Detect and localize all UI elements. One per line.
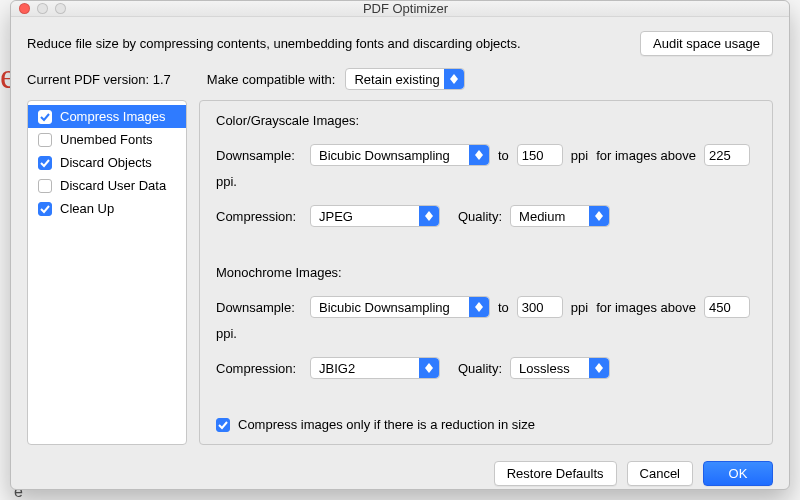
sidebar-item-unembed-fonts[interactable]: Unembed Fonts	[28, 128, 186, 151]
chevron-updown-icon	[419, 358, 439, 378]
chevron-updown-icon	[589, 206, 609, 226]
to-label: to	[498, 300, 509, 315]
compression-label: Compression:	[216, 361, 302, 376]
audit-space-usage-button[interactable]: Audit space usage	[640, 31, 773, 56]
chevron-updown-icon	[589, 358, 609, 378]
make-compatible-value: Retain existing	[354, 72, 439, 87]
only-if-reduction-checkbox[interactable]	[216, 418, 230, 432]
mono-target-ppi-input[interactable]	[517, 296, 563, 318]
only-if-reduction-label: Compress images only if there is a reduc…	[238, 417, 535, 432]
compression-label: Compression:	[216, 209, 302, 224]
sidebar-item-compress-images[interactable]: Compress Images	[28, 105, 186, 128]
sidebar-item-label: Compress Images	[60, 109, 165, 124]
restore-defaults-button[interactable]: Restore Defaults	[494, 461, 617, 486]
ok-button[interactable]: OK	[703, 461, 773, 486]
titlebar: PDF Optimizer	[11, 1, 789, 17]
description-text: Reduce file size by compressing contents…	[27, 36, 640, 51]
downsample-label: Downsample:	[216, 300, 302, 315]
chevron-updown-icon	[419, 206, 439, 226]
color-above-ppi-input[interactable]	[704, 144, 750, 166]
only-if-reduction-row: Compress images only if there is a reduc…	[216, 417, 756, 432]
current-pdf-version-value: 1.7	[153, 72, 171, 87]
category-sidebar: Compress Images Unembed Fonts Discard Ob…	[27, 100, 187, 445]
sidebar-item-label: Discard Objects	[60, 155, 152, 170]
optimizer-sheet: PDF Optimizer Reduce file size by compre…	[10, 0, 790, 490]
ppi-label: ppi	[571, 148, 588, 163]
quality-label: Quality:	[458, 209, 502, 224]
sidebar-item-discard-user-data[interactable]: Discard User Data	[28, 174, 186, 197]
sidebar-item-label: Clean Up	[60, 201, 114, 216]
close-window-icon[interactable]	[19, 3, 30, 14]
checkbox-icon[interactable]	[38, 179, 52, 193]
checkbox-icon[interactable]	[38, 133, 52, 147]
downsample-label: Downsample:	[216, 148, 302, 163]
color-grayscale-title: Color/Grayscale Images:	[216, 113, 756, 128]
window-title: PDF Optimizer	[30, 1, 781, 16]
quality-label: Quality:	[458, 361, 502, 376]
checkbox-icon[interactable]	[38, 110, 52, 124]
ppi-end-label: ppi.	[216, 174, 237, 189]
current-pdf-version-label: Current PDF version: 1.7	[27, 72, 171, 87]
checkbox-icon[interactable]	[38, 202, 52, 216]
make-compatible-label: Make compatible with:	[207, 72, 336, 87]
chevron-updown-icon	[469, 145, 489, 165]
for-images-above-label: for images above	[596, 148, 696, 163]
chevron-updown-icon	[444, 69, 464, 89]
color-target-ppi-input[interactable]	[517, 144, 563, 166]
sidebar-item-discard-objects[interactable]: Discard Objects	[28, 151, 186, 174]
for-images-above-label: for images above	[596, 300, 696, 315]
checkbox-icon[interactable]	[38, 156, 52, 170]
settings-panel: Color/Grayscale Images: Downsample: Bicu…	[199, 100, 773, 445]
sidebar-item-label: Discard User Data	[60, 178, 166, 193]
sidebar-item-label: Unembed Fonts	[60, 132, 153, 147]
chevron-updown-icon	[469, 297, 489, 317]
sidebar-item-clean-up[interactable]: Clean Up	[28, 197, 186, 220]
ppi-label: ppi	[571, 300, 588, 315]
cancel-button[interactable]: Cancel	[627, 461, 693, 486]
to-label: to	[498, 148, 509, 163]
ppi-end-label: ppi.	[216, 326, 237, 341]
mono-downsample-method-select[interactable]: Bicubic Downsampling	[310, 296, 490, 318]
mono-above-ppi-input[interactable]	[704, 296, 750, 318]
mono-compression-select[interactable]: JBIG2	[310, 357, 440, 379]
color-downsample-method-select[interactable]: Bicubic Downsampling	[310, 144, 490, 166]
make-compatible-select[interactable]: Retain existing	[345, 68, 464, 90]
mono-quality-select[interactable]: Lossless	[510, 357, 610, 379]
monochrome-title: Monochrome Images:	[216, 265, 756, 280]
color-compression-select[interactable]: JPEG	[310, 205, 440, 227]
color-quality-select[interactable]: Medium	[510, 205, 610, 227]
